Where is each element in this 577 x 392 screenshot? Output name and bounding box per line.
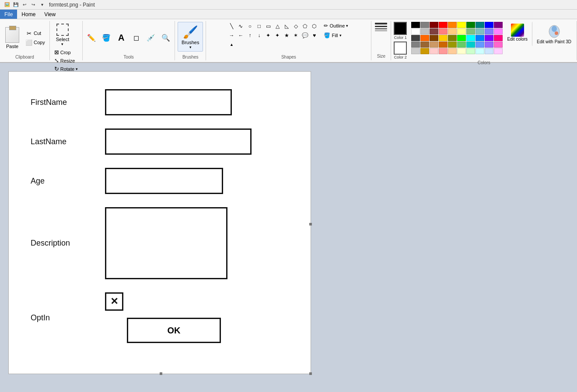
shape-oval[interactable]: ○ [245,22,254,31]
shape-star4[interactable]: ✦ [273,31,282,40]
shape-star6[interactable]: ✶ [291,31,300,40]
select-dropdown[interactable]: ▾ [61,42,63,46]
color-swatch[interactable] [411,22,420,28]
color-swatch[interactable] [466,48,475,54]
color-swatch[interactable] [448,42,457,48]
outline-button[interactable]: ✏ Outline ▾ [322,22,350,30]
color-swatch[interactable] [411,28,420,35]
dropdown-icon[interactable]: ▾ [38,1,45,8]
shape-hexagon[interactable]: ⬡ [310,22,318,31]
outline-dropdown[interactable]: ▾ [346,24,348,28]
menu-file[interactable]: File [0,10,17,19]
color-swatch[interactable] [420,48,429,54]
color-swatch[interactable] [476,42,484,48]
zoom-button[interactable]: 🔍 [160,32,172,44]
age-field[interactable] [105,168,223,194]
color-swatch[interactable] [476,28,484,35]
fill-button[interactable]: 🪣 [100,32,112,44]
paste-button[interactable]: Paste [3,25,22,51]
description-field[interactable] [105,207,227,279]
color-swatch[interactable] [494,22,503,28]
shape-left-arrow[interactable]: ← [236,31,245,40]
shape-pentagon[interactable]: ⬠ [301,22,309,31]
shape-diamond[interactable]: ◇ [291,22,300,31]
color-swatch[interactable] [457,35,466,41]
color-swatch[interactable] [420,22,429,28]
resize-button[interactable]: ⤡ Resize [52,56,80,65]
firstname-field[interactable] [105,89,232,115]
save-icon[interactable]: 💾 [12,1,19,8]
color-swatch[interactable] [476,35,484,41]
color-swatch[interactable] [430,42,438,48]
color-swatch[interactable] [439,28,448,35]
shape-4way-arrow[interactable]: ✦ [264,31,273,40]
fill-shape-button[interactable]: 🪣 Fill ▾ [322,31,350,39]
shape-right-triangle[interactable]: ◺ [282,22,291,31]
color-swatch[interactable] [466,42,475,48]
color-swatch[interactable] [476,22,484,28]
shape-curve[interactable]: ∿ [236,22,245,31]
color-swatch[interactable] [494,42,503,48]
color-picker-button[interactable]: 💉 [145,32,157,44]
color-swatch[interactable] [430,22,438,28]
color-swatch[interactable] [466,22,475,28]
edit-paint3d-button[interactable]: Edit with Paint 3D [532,22,574,46]
color-swatch[interactable] [411,35,420,41]
menu-view[interactable]: View [40,10,60,19]
canvas-handle-right[interactable] [309,223,312,225]
color-swatch[interactable] [420,42,429,48]
shape-rounded-rect[interactable]: ▭ [264,22,273,31]
color2-box[interactable] [394,42,407,55]
edit-colors-button[interactable]: Edit colors [504,22,530,43]
brushes-dropdown[interactable]: ▾ [189,45,192,49]
color-swatch[interactable] [466,35,475,41]
color-swatch[interactable] [494,35,503,41]
shape-heart[interactable]: ♥ [310,31,318,40]
redo-icon[interactable]: ↪ [30,1,37,8]
color-swatch[interactable] [448,28,457,35]
color-swatch[interactable] [430,28,438,35]
fill-dropdown[interactable]: ▾ [339,33,342,38]
shape-scroll-up[interactable]: ▲ [227,40,236,49]
color-swatch[interactable] [439,22,448,28]
lastname-field[interactable] [105,128,252,155]
canvas-handle-bottom[interactable] [160,372,162,375]
cut-button[interactable]: ✂ Cut [24,29,47,38]
pencil-button[interactable]: ✏️ [85,32,98,44]
color-swatch[interactable] [485,48,493,54]
shape-down-arrow[interactable]: ↓ [255,31,263,40]
optin-checkbox[interactable]: ✕ [105,292,123,311]
shape-line[interactable]: ╲ [227,22,236,31]
color-swatch[interactable] [411,48,420,54]
brushes-button[interactable]: 🖌️ Brushes ▾ [178,22,203,52]
ok-button[interactable]: OK [127,318,221,343]
shape-callout[interactable]: 💬 [301,31,309,40]
color-swatch[interactable] [420,28,429,35]
color-swatch[interactable] [448,48,457,54]
color-swatch[interactable] [430,48,438,54]
rotate-dropdown[interactable]: ▾ [76,67,78,71]
color1-box[interactable] [394,22,407,35]
color-swatch[interactable] [439,48,448,54]
shape-up-arrow[interactable]: ↑ [245,31,254,40]
color-swatch[interactable] [457,22,466,28]
shape-triangle[interactable]: △ [273,22,282,31]
color-swatch[interactable] [457,42,466,48]
color-swatch[interactable] [439,35,448,41]
select-button[interactable]: Select ▾ [52,22,73,48]
menu-home[interactable]: Home [17,10,40,19]
color-swatch[interactable] [430,35,438,41]
color-swatch[interactable] [448,35,457,41]
color-swatch[interactable] [466,28,475,35]
eraser-button[interactable]: ◻ [130,32,142,44]
color-swatch[interactable] [485,28,493,35]
undo-icon[interactable]: ↩ [21,1,28,8]
color-swatch[interactable] [485,22,493,28]
color-swatch[interactable] [411,42,420,48]
copy-button[interactable]: ⬜ Copy [24,38,47,47]
color-swatch[interactable] [457,48,466,54]
crop-button[interactable]: ⊠ Crop [52,48,80,56]
color-swatch[interactable] [494,28,503,35]
color-swatch[interactable] [485,42,493,48]
color-swatch[interactable] [494,48,503,54]
